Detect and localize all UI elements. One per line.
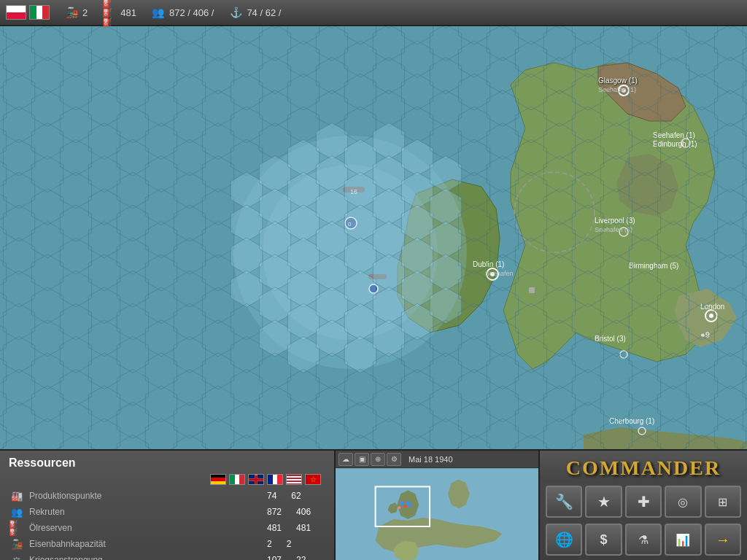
city-london-val: ●9 [700,330,710,339]
minimap-date: Mai 18 1940 [409,455,453,464]
minimap-toolbar: ☁ ▣ ⊕ ⚙ Mai 18 1940 [336,451,538,468]
svg-point-23 [369,284,378,293]
chart-button[interactable]: 📊 [665,524,701,556]
city-liverpool-sub: Seehafen (3) [595,226,632,233]
city-glasgow: Glasgow (1) [598,77,638,85]
rail-label: Eisenbahnkapazität [29,539,267,549]
oil-val1: 481 [267,523,282,533]
city-dublin: Dublin (1) [473,260,504,268]
grid-button[interactable]: ⊞ [705,486,741,518]
bottom-panel: Ressourcen ☆ 🏭 Produktionspunkte 74 6 [0,449,747,560]
flag-italy[interactable] [29,5,50,20]
city-cherbourg: Cherbourg (1) [609,417,654,425]
oil-label: Ölreserven [29,523,267,533]
resource-row-rail: 🚂 Eisenbahnkapazität 2 2 [6,536,328,552]
svg-rect-25 [336,469,538,560]
commander-buttons-bottom: 🌐 $ ⚗ 📊 → [540,521,747,559]
naval-stat: ⚓ 74 / 62 / [228,5,281,20]
plus-button[interactable]: ✚ [625,486,662,518]
svg-point-35 [406,501,410,505]
oil-val2: 481 [296,523,311,533]
train-value: 2 [82,7,88,18]
troops-value: 872 / 406 / [169,7,214,18]
rail-icon: 🚂 [9,537,25,551]
globe-button[interactable]: 🌐 [546,524,582,556]
rail-val1: 2 [267,539,272,549]
star-button[interactable]: ★ [585,486,622,518]
flag-germany [210,474,226,485]
minimap-btn-gear[interactable]: ⚙ [387,453,401,466]
wrench-button[interactable]: 🔧 [546,486,582,518]
recruits-val2: 406 [296,507,311,517]
city-edinburgh: Seehafen (1) [653,131,695,139]
city-bristol: Bristol (3) [595,335,626,343]
resource-row-war: ⚖ Kriegsanstrengung 107 22 [6,552,328,560]
troops-stat: 👥 872 / 406 / [151,5,214,20]
minimap-panel: ☁ ▣ ⊕ ⚙ Mai 18 1940 [336,451,540,560]
top-bar: 🚂 2 ⛽⛽⛽ 481 👥 872 / 406 / ⚓ 74 / 62 / [0,0,747,26]
commander-title: COMMANDER [540,451,747,483]
production-val2: 62 [291,491,301,501]
war-val1: 107 [267,555,282,560]
flag-poland[interactable] [6,5,26,20]
naval-icon: ⚓ [228,5,243,20]
minimap-btn-grid[interactable]: ▣ [355,453,369,466]
flag-group [6,5,50,20]
minimap-btn-cloud[interactable]: ☁ [338,453,353,466]
resources-title: Ressourcen [6,456,328,470]
train-stat: 🚂 2 [64,5,88,20]
svg-point-33 [400,501,404,505]
flask-button[interactable]: ⚗ [625,524,662,556]
arrow-button[interactable]: → [705,524,741,556]
production-val1: 74 [267,491,276,501]
commander-panel: COMMANDER 🔧 ★ ✚ ◎ ⊞ 🌐 $ ⚗ 📊 → [540,451,747,560]
rail-val2: 2 [287,539,292,549]
war-icon: ⚖ [9,553,25,560]
minimap-btn-target[interactable]: ⊕ [371,453,385,466]
resource-row-oil: ⛽⛽ Ölreserven 481 481 [6,520,328,536]
war-val2: 22 [296,555,306,560]
oil-res-icon: ⛽⛽ [9,521,25,534]
map-area[interactable]: Glasgow (1) Seehafen (1) Seehafen (1) Ed… [0,26,747,449]
naval-value: 74 / 62 / [247,7,281,18]
city-dublin-sub: Seehafen [485,270,514,277]
city-edinburgh2: Edinburgh (1) [653,140,697,148]
commander-buttons-top: 🔧 ★ ✚ ◎ ⊞ [540,483,747,521]
flag-italy-small [229,474,245,485]
resource-row-production: 🏭 Produktionspunkte 74 62 [6,488,328,504]
production-label: Produktionspunkte [29,491,267,501]
flag-usa [286,474,302,485]
svg-point-34 [403,505,406,508]
recruits-icon: 👥 [9,505,25,518]
flag-france [267,474,283,485]
production-icon: 🏭 [9,489,25,502]
city-birmingham: Birmingham (5) [629,262,678,270]
city-glasgow-sub: Seehafen (1) [598,86,636,93]
recruits-val1: 872 [267,507,282,517]
oil-stat: ⛽⛽⛽ 481 [102,5,136,20]
svg-point-37 [398,506,400,509]
flag-uk [248,474,264,485]
troops-icon: 👥 [151,5,166,20]
city-liverpool: Liverpool (3) [595,217,635,225]
resource-row-recruits: 👥 Rekruten 872 406 [6,504,328,520]
train-icon: 🚂 [64,5,79,20]
unit-label-16: 16 [350,188,357,195]
resources-panel: Ressourcen ☆ 🏭 Produktionspunkte 74 6 [0,451,336,560]
svg-rect-24 [529,287,535,293]
dollar-button[interactable]: $ [585,524,622,556]
oil-icon: ⛽⛽⛽ [102,5,117,20]
unit-label-0: 0 [348,221,352,228]
flag-ussr: ☆ [305,474,321,485]
city-london: London [700,303,724,311]
coins-button[interactable]: ◎ [665,486,701,518]
oil-value: 481 [120,7,136,18]
svg-point-16 [709,314,713,318]
resources-flag-row: ☆ [6,474,328,485]
war-label: Kriegsanstrengung [29,555,267,560]
recruits-label: Rekruten [29,507,267,517]
svg-point-36 [409,504,412,507]
minimap-image[interactable] [336,468,538,560]
svg-rect-22 [368,274,387,279]
